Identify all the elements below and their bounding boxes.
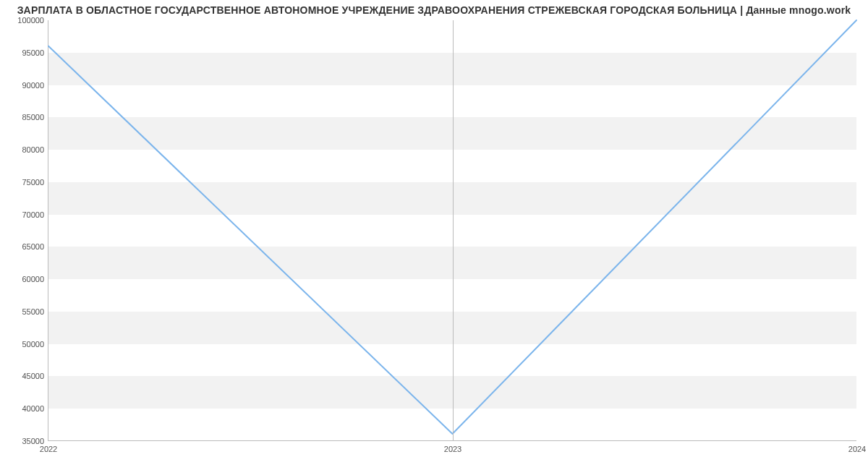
y-tick-label: 70000: [22, 210, 44, 219]
series-line: [48, 20, 856, 434]
y-tick-label: 60000: [22, 275, 44, 283]
chart-container: ЗАРПЛАТА В ОБЛАСТНОЕ ГОСУДАРСТВЕННОЕ АВТ…: [0, 0, 868, 470]
plot-area: 3500040000450005000055000600006500070000…: [48, 20, 856, 441]
y-tick-label: 85000: [22, 113, 44, 121]
y-tick-label: 55000: [22, 307, 44, 316]
x-tick-label: 2024: [848, 445, 866, 453]
y-tick-label: 75000: [22, 178, 44, 187]
y-tick-label: 65000: [22, 242, 44, 251]
y-tick-label: 100000: [17, 16, 44, 25]
chart-title: ЗАРПЛАТА В ОБЛАСТНОЕ ГОСУДАРСТВЕННОЕ АВТ…: [0, 4, 868, 16]
y-tick-label: 45000: [22, 372, 44, 380]
y-tick-label: 50000: [22, 340, 44, 349]
y-tick-label: 80000: [22, 145, 44, 154]
x-tick-label: 2023: [444, 445, 461, 453]
y-tick-label: 40000: [22, 404, 44, 413]
line-layer: [48, 20, 856, 440]
x-tick-label: 2022: [40, 445, 57, 453]
y-tick-label: 95000: [22, 48, 44, 57]
y-tick-label: 90000: [22, 81, 44, 90]
